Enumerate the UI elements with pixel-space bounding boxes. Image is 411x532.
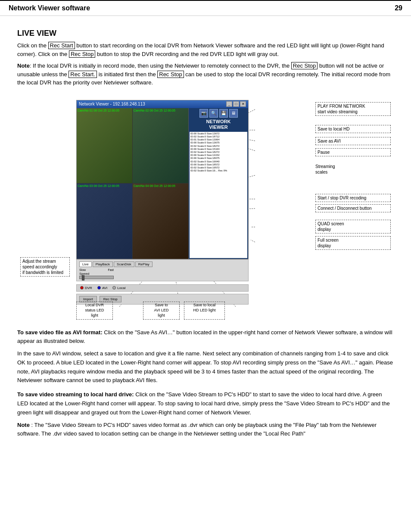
save-avi-paragraph: To save video file as AVI format: Click … bbox=[17, 328, 394, 346]
avi-indicator: AVI bbox=[97, 286, 107, 290]
rec-stop-ref3: Rec Stop bbox=[157, 71, 184, 78]
dvr-led bbox=[80, 286, 84, 289]
local-led bbox=[112, 286, 116, 289]
log-line: ID:02 Scale:0 Size:19572 bbox=[190, 166, 246, 169]
body-section-streaming: To save video streaming to local hard dr… bbox=[17, 390, 394, 439]
local-indicator: Local bbox=[112, 286, 125, 290]
network-viewer-label: NETWORKVIEWER bbox=[190, 119, 247, 130]
save-streaming-title: To save video streaming to local hard dr… bbox=[17, 391, 134, 398]
log-line: ID:02 Scale:0 Size:18272 bbox=[190, 145, 246, 148]
annotation-full-screen: Full screendisplay bbox=[315, 236, 391, 250]
annotation-save-avi-led: Save toAVI LEDlight bbox=[143, 302, 180, 319]
tab-live[interactable]: Live bbox=[79, 261, 92, 267]
dvr-icon-2[interactable]: 🔍 bbox=[209, 109, 218, 118]
avi-label: AVI bbox=[102, 286, 107, 290]
log-line: ID:00 Scale:0 Size:13675 bbox=[190, 141, 246, 144]
speed-slider[interactable] bbox=[79, 276, 114, 279]
speed-control: Slow Fast Speed bbox=[79, 268, 114, 279]
body-section-avi: To save video file as AVI format: Click … bbox=[17, 328, 394, 386]
log-line: ID:02 Scale:0 Size:19040 bbox=[190, 160, 246, 163]
tab-playback[interactable]: PlayBack bbox=[93, 261, 113, 267]
status-bar: DVR AVI Local bbox=[76, 284, 249, 292]
section-title: LIVE VIEW bbox=[17, 29, 394, 38]
dvr-log-area: ID:00 Scale:0 Size:13672 ID:02 Scale:0 S… bbox=[190, 132, 247, 258]
camera-image-3 bbox=[77, 184, 132, 259]
connect-disconnect-text: Connect / Disconnect button bbox=[318, 206, 372, 211]
full-screen-text: Full screendisplay bbox=[318, 238, 339, 248]
log-line: ID:02 Scale:0 Size:18272 bbox=[190, 151, 246, 154]
minimize-button[interactable]: _ bbox=[226, 101, 232, 107]
bottom-annotations: Local DVRstatus LEDlight Save toAVI LEDl… bbox=[76, 302, 225, 319]
dvr-cameras: Cam/No 01 06 Oct 25 12:00:05 Cam/No 02 0… bbox=[77, 108, 189, 259]
camera-label-3: Cam/No 03 06 Oct 25 12:00:05 bbox=[78, 184, 119, 187]
log-line: ID:00 Scale:0 Size:18572 bbox=[190, 163, 246, 166]
save-avi-title: To save video file as AVI format: bbox=[17, 329, 103, 336]
close-button[interactable]: ✕ bbox=[240, 101, 246, 107]
rec-start-ref: Rec Start bbox=[48, 42, 75, 49]
annotation-quad-screen: QUAD screendisplay bbox=[315, 220, 391, 233]
camera-cell-4: Cam/No 04 06 Oct 25 12:00:05 bbox=[133, 184, 188, 259]
dvr-sidebar: 📷 🔍 💾 🖥 NETWORKVIEWER ID:00 Scale:0 Size… bbox=[189, 108, 248, 259]
log-line: ID:01 Scale:0 Size:13064 bbox=[190, 138, 246, 141]
dvr-icons-row: 📷 🔍 💾 🖥 bbox=[190, 109, 247, 118]
camera-label-2: Cam/No 02 06 Oct 25 12:00:05 bbox=[134, 109, 175, 112]
page-title: Network Viewer software bbox=[9, 4, 90, 12]
dvr-tabs: Live PlayBack ScanDisk RePlay bbox=[79, 261, 246, 267]
log-line: ID:02 Scale:0 Size:19... Rec 0% bbox=[190, 169, 246, 172]
dvr-controls-area: Live PlayBack ScanDisk RePlay Slow Fast … bbox=[76, 259, 249, 281]
note2-paragraph: Note : The "Save Video Stream to PC's HD… bbox=[17, 421, 394, 439]
svg-line-8 bbox=[251, 240, 255, 242]
camera-cell-1: Cam/No 01 06 Oct 25 12:00:05 bbox=[77, 108, 132, 184]
start-stop-dvr-text: Start / stop DVR recoding bbox=[318, 196, 366, 200]
dvr-content: Cam/No 01 06 Oct 25 12:00:05 Cam/No 02 0… bbox=[77, 108, 248, 259]
adjust-stream-text: Adjust the streamspeed accordinglyif ban… bbox=[22, 259, 63, 275]
rec-stop-button[interactable]: Rec Stop bbox=[100, 296, 121, 302]
fast-label: Fast bbox=[108, 268, 114, 271]
play-from-network-text: PLAY FROM NETWORKstart video streaming bbox=[318, 104, 365, 114]
annotation-save-local-hd: Save to local HD bbox=[315, 125, 391, 133]
dvr-icon-1[interactable]: 📷 bbox=[199, 109, 208, 118]
dvr-label: DVR bbox=[85, 286, 92, 290]
import-button[interactable]: Import bbox=[79, 296, 97, 302]
quad-screen-text: QUAD screendisplay bbox=[318, 221, 344, 232]
page-content: LIVE VIEW Click on the Rec Start button … bbox=[0, 16, 411, 452]
annotation-start-stop-dvr: Start / stop DVR recoding bbox=[315, 194, 391, 202]
slow-label: Slow bbox=[79, 268, 86, 271]
page-header: Network Viewer software 29 bbox=[0, 0, 411, 16]
save-avi-led-text: Save toAVI LEDlight bbox=[154, 303, 169, 317]
log-line: ID:02 Scale:0 Size:18712 bbox=[190, 135, 246, 138]
camera-image-1 bbox=[77, 108, 132, 184]
save-local-hd-led-text: Save to localHD LED light bbox=[193, 303, 215, 312]
streaming-scales-text: Streamingscales bbox=[315, 164, 335, 174]
log-line: ID:00 Scale:0 Size:13152 bbox=[190, 154, 246, 157]
annotation-pause: Pause bbox=[315, 148, 391, 156]
annotation-play-from-network: PLAY FROM NETWORKstart video streaming bbox=[315, 102, 391, 116]
dvr-window-title: Network Viewer - 192.168.248.113 bbox=[79, 102, 145, 106]
page-number: 29 bbox=[395, 4, 402, 12]
dvr-icon-3[interactable]: 💾 bbox=[219, 109, 228, 118]
camera-label-1: Cam/No 01 06 Oct 25 12:00:05 bbox=[78, 109, 119, 112]
dvr-window: Network Viewer - 192.168.248.113 _ □ ✕ C… bbox=[76, 100, 249, 259]
annotation-save-local-hd-led: Save to localHD LED light bbox=[184, 302, 225, 319]
dvr-icon-4[interactable]: 🖥 bbox=[229, 109, 238, 118]
tab-scandisk[interactable]: ScanDisk bbox=[114, 261, 134, 267]
speed-labels: Slow Fast bbox=[79, 268, 114, 271]
avi-led bbox=[97, 286, 101, 289]
save-local-hd-text: Save to local HD bbox=[318, 127, 349, 131]
tab-replay[interactable]: RePlay bbox=[135, 261, 153, 267]
local-label: Local bbox=[117, 286, 125, 290]
dvr-indicator: DVR bbox=[80, 286, 92, 290]
log-line: ID:00 Scale:0 Size:18075 bbox=[190, 157, 246, 160]
annotation-save-as-avi: Save as AVI bbox=[315, 137, 391, 145]
camera-image-2 bbox=[133, 108, 188, 184]
note-paragraph: Note: If the local DVR is initially in r… bbox=[17, 62, 394, 87]
camera-cell-2: Cam/No 02 06 Oct 25 12:00:05 bbox=[133, 108, 188, 184]
diagram: Network Viewer - 192.168.248.113 _ □ ✕ C… bbox=[20, 96, 391, 320]
log-line: ID:00 Scale:0 Size:13672 bbox=[190, 132, 246, 135]
save-streaming-paragraph: To save video streaming to local hard dr… bbox=[17, 390, 394, 417]
maximize-button[interactable]: □ bbox=[233, 101, 239, 107]
camera-label-4: Cam/No 04 06 Oct 25 12:00:05 bbox=[134, 184, 175, 187]
annotation-local-dvr-led: Local DVRstatus LEDlight bbox=[76, 302, 113, 319]
local-dvr-led-text: Local DVRstatus LEDlight bbox=[85, 303, 104, 317]
note2-title: Note bbox=[17, 422, 30, 428]
